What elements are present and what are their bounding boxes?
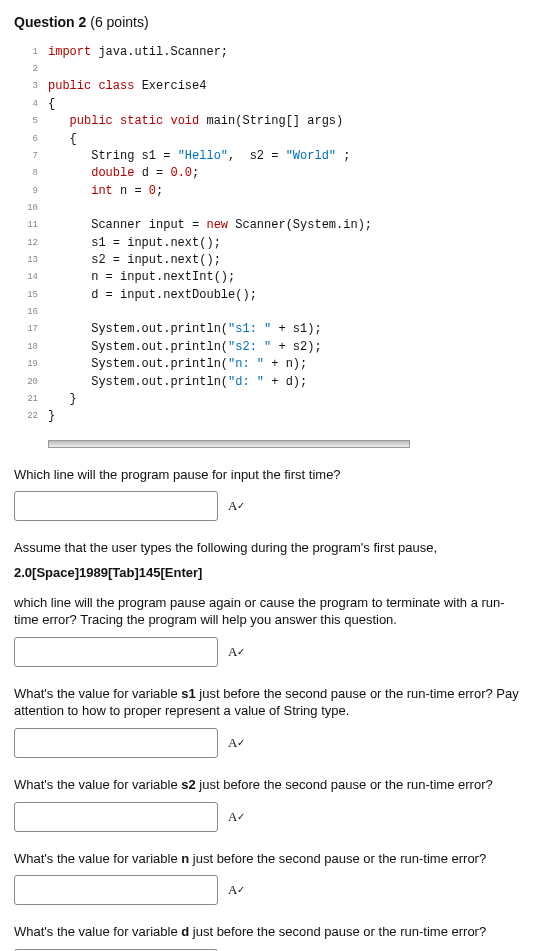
- code-line: 11 Scanner input = new Scanner(System.in…: [14, 217, 519, 234]
- code-content: [48, 61, 519, 78]
- line-number: 6: [14, 131, 48, 148]
- code-content: System.out.println("d: " + d);: [48, 374, 519, 391]
- code-line: 7 String s1 = "Hello", s2 = "World" ;: [14, 148, 519, 165]
- code-block: 1import java.util.Scanner;23public class…: [14, 44, 519, 426]
- question-6-text: What's the value for variable d just bef…: [14, 923, 519, 941]
- code-line: 2: [14, 61, 519, 78]
- code-content: n = input.nextInt();: [48, 269, 519, 286]
- answer-3-input[interactable]: [14, 728, 218, 758]
- line-number: 4: [14, 96, 48, 113]
- line-number: 2: [14, 61, 48, 78]
- line-number: 3: [14, 78, 48, 95]
- line-number: 22: [14, 408, 48, 425]
- answer-5-input[interactable]: [14, 875, 218, 905]
- code-content: }: [48, 408, 519, 425]
- line-number: 18: [14, 339, 48, 356]
- line-number: 17: [14, 321, 48, 338]
- question-3-text: What's the value for variable s1 just be…: [14, 685, 519, 720]
- line-number: 7: [14, 148, 48, 165]
- code-content: Scanner input = new Scanner(System.in);: [48, 217, 519, 234]
- code-content: System.out.println("s2: " + s2);: [48, 339, 519, 356]
- question-header: Question 2 (6 points): [14, 14, 519, 30]
- line-number: 10: [14, 200, 48, 217]
- code-line: 8 double d = 0.0;: [14, 165, 519, 182]
- code-content: double d = 0.0;: [48, 165, 519, 182]
- horizontal-scrollbar[interactable]: [48, 440, 410, 448]
- line-number: 8: [14, 165, 48, 182]
- line-number: 11: [14, 217, 48, 234]
- question-points: (6 points): [90, 14, 148, 30]
- assume-text: Assume that the user types the following…: [14, 539, 519, 557]
- code-line: 13 s2 = input.next();: [14, 252, 519, 269]
- code-line: 18 System.out.println("s2: " + s2);: [14, 339, 519, 356]
- code-line: 21 }: [14, 391, 519, 408]
- code-line: 4{: [14, 96, 519, 113]
- code-content: s2 = input.next();: [48, 252, 519, 269]
- line-number: 9: [14, 183, 48, 200]
- code-content: }: [48, 391, 519, 408]
- question-2-text: which line will the program pause again …: [14, 594, 519, 629]
- code-line: 15 d = input.nextDouble();: [14, 287, 519, 304]
- code-content: [48, 304, 519, 321]
- code-line: 5 public static void main(String[] args): [14, 113, 519, 130]
- code-line: 10: [14, 200, 519, 217]
- line-number: 20: [14, 374, 48, 391]
- typed-input-text: 2.0[Space]1989[Tab]145[Enter]: [14, 565, 519, 580]
- code-content: d = input.nextDouble();: [48, 287, 519, 304]
- question-5-text: What's the value for variable n just bef…: [14, 850, 519, 868]
- question-1-text: Which line will the program pause for in…: [14, 466, 519, 484]
- spellcheck-icon[interactable]: A✓: [228, 644, 245, 660]
- code-content: import java.util.Scanner;: [48, 44, 519, 61]
- line-number: 19: [14, 356, 48, 373]
- line-number: 16: [14, 304, 48, 321]
- code-line: 1import java.util.Scanner;: [14, 44, 519, 61]
- code-line: 22}: [14, 408, 519, 425]
- code-content: {: [48, 131, 519, 148]
- code-line: 14 n = input.nextInt();: [14, 269, 519, 286]
- code-line: 3public class Exercise4: [14, 78, 519, 95]
- answer-1-input[interactable]: [14, 491, 218, 521]
- code-content: s1 = input.next();: [48, 235, 519, 252]
- answer-2-input[interactable]: [14, 637, 218, 667]
- line-number: 12: [14, 235, 48, 252]
- spellcheck-icon[interactable]: A✓: [228, 735, 245, 751]
- code-line: 17 System.out.println("s1: " + s1);: [14, 321, 519, 338]
- code-line: 20 System.out.println("d: " + d);: [14, 374, 519, 391]
- line-number: 15: [14, 287, 48, 304]
- code-content: System.out.println("n: " + n);: [48, 356, 519, 373]
- code-content: String s1 = "Hello", s2 = "World" ;: [48, 148, 519, 165]
- code-content: [48, 200, 519, 217]
- line-number: 5: [14, 113, 48, 130]
- line-number: 21: [14, 391, 48, 408]
- code-line: 19 System.out.println("n: " + n);: [14, 356, 519, 373]
- code-content: int n = 0;: [48, 183, 519, 200]
- code-line: 9 int n = 0;: [14, 183, 519, 200]
- question-4-text: What's the value for variable s2 just be…: [14, 776, 519, 794]
- spellcheck-icon[interactable]: A✓: [228, 882, 245, 898]
- line-number: 14: [14, 269, 48, 286]
- code-line: 12 s1 = input.next();: [14, 235, 519, 252]
- line-number: 13: [14, 252, 48, 269]
- line-number: 1: [14, 44, 48, 61]
- code-content: public static void main(String[] args): [48, 113, 519, 130]
- code-content: {: [48, 96, 519, 113]
- code-line: 16: [14, 304, 519, 321]
- spellcheck-icon[interactable]: A✓: [228, 498, 245, 514]
- question-number: Question 2: [14, 14, 86, 30]
- code-content: System.out.println("s1: " + s1);: [48, 321, 519, 338]
- spellcheck-icon[interactable]: A✓: [228, 809, 245, 825]
- code-content: public class Exercise4: [48, 78, 519, 95]
- code-line: 6 {: [14, 131, 519, 148]
- answer-4-input[interactable]: [14, 802, 218, 832]
